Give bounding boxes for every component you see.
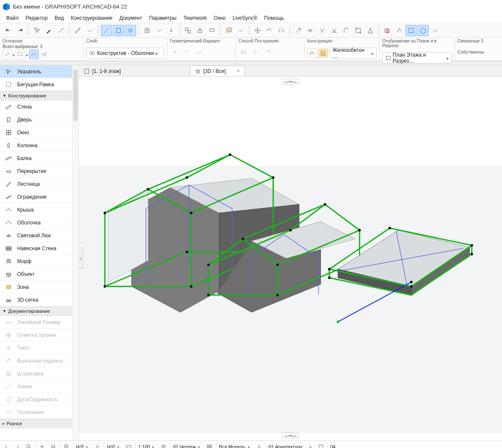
menu-design[interactable]: Конструирование — [67, 14, 116, 22]
tool-marquee[interactable]: Бегущая Рамка — [0, 78, 79, 91]
magic-wand-button[interactable] — [55, 25, 67, 36]
group-document[interactable]: ▼Документирование — [0, 306, 79, 316]
status-view-icon[interactable] — [316, 442, 326, 448]
close-tab-button[interactable]: × — [237, 68, 240, 74]
tool-label[interactable]: A1Выносная Надпись — [0, 354, 79, 367]
tool-column[interactable]: Колонна — [0, 139, 79, 152]
show-hide-button[interactable] — [206, 25, 218, 36]
group-design[interactable]: ▼Конструирование — [0, 91, 79, 100]
panel-collapse-handle[interactable]: ▸ — [79, 248, 83, 269]
snap-point-button[interactable] — [125, 25, 136, 36]
grid-button[interactable] — [142, 25, 153, 36]
tool-morph[interactable]: Морф — [0, 255, 79, 268]
scrollbar-thumb[interactable] — [73, 70, 78, 121]
tool-level[interactable]: Отметка Уровня — [0, 329, 79, 342]
tool-b-button[interactable] — [393, 25, 405, 36]
tool-object[interactable]: Объект — [0, 268, 79, 281]
structure-mode-1[interactable] — [307, 48, 317, 58]
ruler-button[interactable] — [72, 25, 83, 36]
info-paperplane-icon[interactable] — [39, 50, 49, 59]
tool-dimension[interactable]: Линейный Размер — [0, 316, 79, 329]
tab-floor-plan[interactable]: [1. 1-й этаж] — [79, 66, 126, 76]
menu-editor[interactable]: Редактор — [22, 14, 51, 22]
tab-3d[interactable]: [3D / Все] × — [190, 66, 245, 76]
tool-line[interactable]: Линия — [0, 380, 79, 393]
geom-opt-3[interactable] — [194, 48, 203, 57]
status-pen-icon[interactable] — [254, 442, 264, 448]
scissors-toggle-top[interactable]: —✂— — [282, 79, 299, 85]
tool-beam[interactable]: Балка — [0, 152, 79, 165]
status-arch[interactable]: 01 Архитектурн…▸ — [266, 442, 315, 448]
status-model[interactable]: Вся Модель▸ — [216, 442, 252, 448]
split-button[interactable] — [293, 25, 304, 36]
status-layers[interactable]: 02 Чертеж▸ — [170, 442, 203, 448]
stretch-button[interactable] — [365, 25, 376, 36]
eyedropper-button[interactable] — [43, 25, 54, 36]
status-layers-icon[interactable] — [159, 442, 168, 448]
tool-slab[interactable]: Перекрытие — [0, 165, 79, 178]
grid-dropdown[interactable] — [154, 25, 165, 36]
tool-mesh[interactable]: 3D-сетка — [0, 294, 79, 306]
menu-file[interactable]: Файл — [3, 14, 22, 22]
constr-method-1[interactable] — [239, 48, 248, 57]
tool-default-icon[interactable] — [3, 50, 12, 59]
status-scale[interactable]: 1:100▸ — [135, 442, 157, 448]
select-filter-button[interactable] — [16, 50, 25, 59]
tool-roof[interactable]: Крыша — [0, 203, 79, 216]
structure-mode-2[interactable] — [318, 48, 328, 58]
tool-d-dropdown[interactable] — [429, 25, 441, 36]
zoom-percent-button[interactable]: % — [62, 442, 71, 448]
tool-pointer[interactable]: Указатель — [0, 65, 79, 78]
structure-dropdown[interactable]: Железобетон … ▸ — [330, 48, 377, 59]
menu-options[interactable]: Параметры — [145, 14, 180, 22]
resize-button[interactable] — [353, 25, 364, 36]
move-button[interactable] — [252, 25, 263, 36]
layer-dropdown[interactable]: Конструктив - Оболочки ▸ — [86, 48, 164, 59]
constr-method-3[interactable] — [263, 48, 272, 57]
redo-button[interactable] — [15, 25, 26, 36]
tool-arc[interactable]: Дуга/Окружность — [0, 393, 79, 406]
plan-display-dropdown[interactable]: План Этажа и Разрез… ▸ — [382, 52, 452, 64]
geom-opt-1[interactable] — [170, 48, 179, 57]
intersect-button[interactable] — [317, 25, 328, 36]
trace-dropdown[interactable] — [235, 25, 246, 36]
tool-fill[interactable]: Штриховка — [0, 367, 79, 380]
tool-door[interactable]: Дверь — [0, 113, 79, 126]
status-last[interactable]: 04 — [327, 442, 338, 448]
pan-button[interactable] — [37, 442, 47, 448]
status-icon-a[interactable] — [93, 442, 102, 448]
tool-c-button[interactable] — [405, 25, 417, 36]
tool-skylight[interactable]: Световой Люк — [0, 229, 79, 242]
tool-wall[interactable]: Стена — [0, 100, 79, 113]
tool-shell[interactable]: Оболочка — [0, 216, 79, 229]
orbit-button[interactable] — [48, 442, 58, 448]
undo-button[interactable] — [3, 25, 14, 36]
menu-view[interactable]: Вид — [51, 14, 67, 22]
pick-button[interactable] — [31, 25, 42, 36]
zoom-fit-button[interactable] — [24, 442, 33, 448]
snap-element-button[interactable] — [113, 25, 124, 36]
tool-window[interactable]: Окно — [0, 126, 79, 139]
zoom-fwd-button[interactable] — [13, 442, 22, 448]
tool-d-button[interactable] — [417, 25, 429, 36]
status-nd2[interactable]: Н/Д▸ — [104, 442, 122, 448]
tool-polyline[interactable]: Полилиния — [0, 406, 79, 419]
menu-window[interactable]: Окно — [210, 14, 229, 22]
tool-curtain-wall[interactable]: Навесная Стена — [0, 242, 79, 255]
viewport-3d[interactable]: —✂— ▸ z y x — [79, 76, 502, 440]
menu-document[interactable]: Документ — [116, 14, 145, 22]
tool-railing[interactable]: Ограждение — [0, 191, 79, 203]
tool-stair[interactable]: Лестница — [0, 178, 79, 191]
tool-zone[interactable]: Зона — [0, 281, 79, 294]
suspend-groups-button[interactable] — [182, 25, 194, 36]
group-more[interactable]: ▸Разное — [0, 419, 79, 428]
geom-opt-2[interactable] — [182, 48, 191, 57]
status-nd1[interactable]: Н/Д▸ — [73, 442, 91, 448]
sidebar-scrollbar[interactable] — [72, 65, 79, 440]
menu-teamwork[interactable]: Teamwork — [180, 14, 210, 22]
menu-help[interactable]: Помощь — [261, 14, 287, 22]
adjust-button[interactable] — [305, 25, 316, 36]
info-shell-icon[interactable] — [29, 50, 39, 59]
tool-a-button[interactable] — [381, 25, 393, 36]
mirror-button[interactable] — [276, 25, 287, 36]
